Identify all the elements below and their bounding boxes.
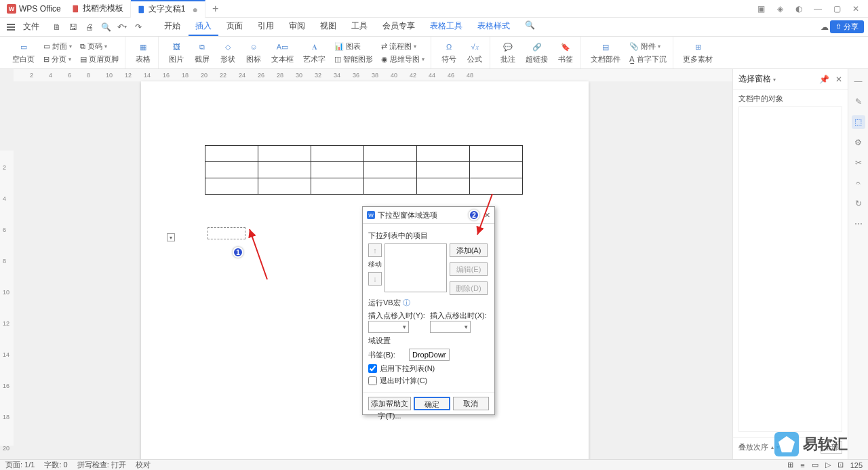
dialog-titlebar[interactable]: W 下拉型窗体域选项 2 ✕ (363, 207, 494, 224)
app-logo: W WPS Office (3, 4, 65, 14)
enter-macro-select[interactable]: ▾ (368, 321, 409, 333)
view-read-icon[interactable]: ▷ (825, 461, 831, 469)
rail-crop-icon[interactable]: ✂ (852, 156, 865, 170)
cloud-icon[interactable]: ☁ (819, 22, 830, 33)
review-status[interactable]: 校对 (136, 460, 151, 470)
move-up-button[interactable]: ↑ (368, 243, 382, 257)
user-avatar-icon[interactable]: ◐ (793, 3, 804, 14)
share-button[interactable]: ⇧ 分享 (830, 20, 864, 33)
dialog-close-icon[interactable]: ✕ (484, 211, 490, 220)
document-table[interactable] (205, 145, 523, 195)
tab-insert[interactable]: 插入 (189, 18, 218, 36)
view-outline-icon[interactable]: ≡ (800, 461, 804, 469)
search-icon[interactable]: 🔍 (518, 18, 542, 36)
view-grid-icon[interactable]: ⊞ (787, 461, 793, 469)
spell-status[interactable]: 拼写检查: 打开 (77, 460, 126, 470)
attach-button[interactable]: 📎 附件▾ (627, 41, 669, 52)
preview-icon[interactable]: 🔍 (100, 22, 111, 33)
selection-pane: 选择窗格 ▾ 📌 ✕ 文档中的对象 叠放次序 ▴ ▾ 全部 (732, 69, 848, 459)
ok-button[interactable]: 确定 (414, 397, 450, 410)
rail-minus-icon[interactable]: — (852, 75, 865, 88)
break-button[interactable]: ⊟ 分页▾ (41, 54, 74, 65)
new-tab-button[interactable]: + (205, 3, 225, 15)
more-resources-button[interactable]: ⊞更多素材 (680, 39, 715, 66)
view-web-icon[interactable]: ⊡ (837, 461, 844, 469)
pin-icon[interactable]: 📌 (819, 75, 829, 84)
new-icon[interactable]: 🗎 (52, 22, 62, 33)
objects-list[interactable] (738, 106, 842, 432)
share-label: 分享 (844, 22, 859, 32)
flow-button[interactable]: ⇄ 流程图▾ (379, 41, 427, 52)
tab-member[interactable]: 会员专享 (376, 18, 422, 36)
blank-page-button[interactable]: ▭空白页 (9, 39, 37, 66)
save-icon[interactable]: 🖫 (68, 22, 79, 33)
undo-icon[interactable]: ↶▾ (117, 22, 127, 33)
rail-settings-icon[interactable]: ⚙ (852, 136, 865, 149)
panel-close-icon[interactable]: ✕ (835, 75, 842, 84)
hamburger-icon[interactable] (4, 24, 18, 31)
page-status[interactable]: 页面: 1/1 (5, 460, 35, 470)
header-button[interactable]: ▤ 页眉页脚 (78, 54, 121, 65)
edit-button[interactable]: 编辑(E) (450, 262, 488, 276)
exit-calc-checkbox[interactable]: 退出时计算(C) (368, 376, 489, 386)
rail-more-icon[interactable]: ⋯ (852, 217, 865, 231)
rail-link-icon[interactable]: 𝄐 (852, 176, 865, 190)
symbol-button[interactable]: Ω符号 (438, 39, 460, 66)
move-down-button[interactable]: ↓ (368, 272, 382, 286)
chart-button[interactable]: 📊 图表 (332, 41, 375, 52)
cancel-button[interactable]: 取消 (453, 397, 489, 410)
link-button[interactable]: 🔗超链接 (523, 39, 551, 66)
exit-macro-label: 插入点移出时(X): (430, 311, 489, 321)
close-button[interactable]: ✕ (850, 3, 861, 14)
tab-templates[interactable]: 找稻壳模板 (65, 0, 131, 18)
window-box-icon[interactable]: ▣ (755, 3, 766, 14)
smart-button[interactable]: ◫ 智能图形 (332, 54, 375, 65)
redo-icon[interactable]: ↷ (133, 22, 144, 33)
dropcap-button[interactable]: A̲ 首字下沉 (627, 54, 669, 65)
textbox-button[interactable]: A▭文本框 (269, 39, 296, 66)
zoom-level[interactable]: 125 (850, 461, 863, 469)
icon-button[interactable]: ☺图标 (243, 39, 264, 66)
table-grip-icon[interactable]: ▾ (167, 233, 175, 241)
picture-button[interactable]: 🖼图片 (165, 39, 187, 66)
view-page-icon[interactable]: ▭ (812, 461, 818, 469)
rail-refresh-icon[interactable]: ↻ (852, 197, 865, 210)
file-menu[interactable]: 文件 (18, 21, 45, 33)
pagenum-button[interactable]: ⧉ 页码▾ (78, 41, 121, 52)
tab-table-tools[interactable]: 表格工具 (423, 18, 469, 36)
stack-up-icon[interactable]: ▴ (771, 444, 774, 450)
window-cube-icon[interactable]: ◈ (774, 3, 785, 14)
tab-page[interactable]: 页面 (220, 18, 250, 36)
enable-dropdown-checkbox[interactable]: 启用下拉列表(N) (368, 364, 489, 374)
exit-macro-select[interactable]: ▾ (430, 321, 471, 333)
rail-pencil-icon[interactable]: ✎ (852, 95, 865, 109)
tab-close-icon[interactable]: ● (192, 4, 197, 15)
bookmark-button[interactable]: 🔖书签 (555, 39, 576, 66)
maximize-button[interactable]: ▢ (831, 3, 842, 14)
bookmark-input[interactable] (409, 349, 450, 361)
tab-document[interactable]: 文字文稿1 ● (131, 0, 205, 18)
mind-button[interactable]: ◉ 思维导图▾ (379, 54, 427, 65)
shape-button[interactable]: ◇形状 (217, 39, 239, 66)
delete-button[interactable]: 删除(D) (450, 281, 488, 295)
minimize-button[interactable]: — (812, 3, 823, 14)
print-icon[interactable]: 🖨 (84, 22, 95, 33)
tab-ref[interactable]: 引用 (251, 18, 281, 36)
docpart-button[interactable]: ▤文档部件 (588, 39, 623, 66)
cover-button[interactable]: ▭ 封面▾ (41, 41, 74, 52)
help-text-button[interactable]: 添加帮助文字(T)... (368, 397, 411, 410)
word-count[interactable]: 字数: 0 (44, 460, 67, 470)
tab-view[interactable]: 视图 (313, 18, 343, 36)
tab-table-style[interactable]: 表格样式 (471, 18, 517, 36)
comment-button[interactable]: 💬批注 (497, 39, 519, 66)
tab-start[interactable]: 开始 (157, 18, 187, 36)
formula-button[interactable]: √𝑥公式 (464, 39, 486, 66)
screenshot-button[interactable]: ⧉截屏 (191, 39, 213, 66)
rail-select-icon[interactable]: ⬚ (852, 115, 865, 129)
add-button[interactable]: 添加(A) (450, 243, 488, 257)
table-button[interactable]: ▦表格 (132, 39, 154, 66)
tab-tools[interactable]: 工具 (344, 18, 374, 36)
tab-review[interactable]: 审阅 (282, 18, 312, 36)
items-listbox[interactable] (384, 243, 447, 292)
wordart-button[interactable]: 𝐀艺术字 (300, 39, 328, 66)
